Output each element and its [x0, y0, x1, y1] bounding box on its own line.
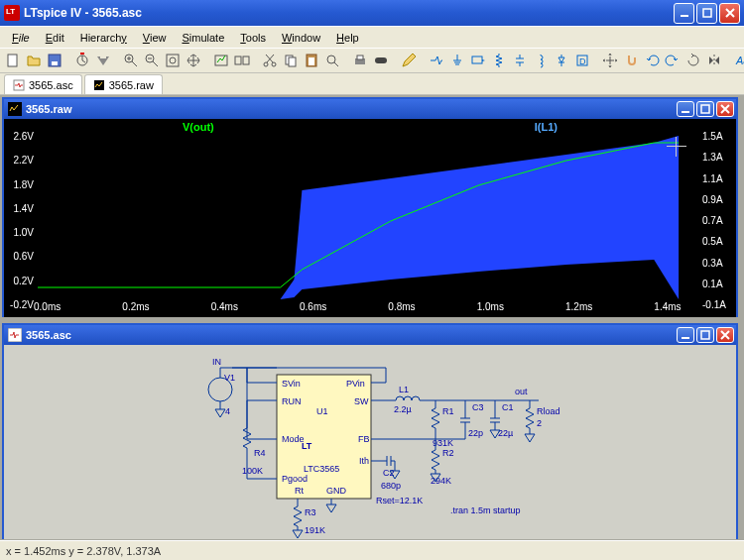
wire-icon[interactable]: [428, 51, 445, 70]
label-icon[interactable]: [469, 51, 487, 70]
child-maximize-button[interactable]: [696, 327, 714, 343]
maximize-button[interactable]: [696, 3, 717, 24]
waveform-title: 3565.raw: [26, 103, 677, 115]
schematic-canvas[interactable]: U1 LTC3565 LT SVin RUN Mode Pgood Rt PVi…: [4, 345, 736, 539]
waveform-plot[interactable]: V(out) I(L1) 2.6V2.2V1.8V1.4V1.0V0.6V0.2…: [4, 119, 736, 317]
child-maximize-button[interactable]: [696, 101, 714, 117]
menu-edit[interactable]: Edit: [38, 30, 72, 46]
svg-rect-35: [682, 337, 689, 339]
svg-text:U1: U1: [316, 406, 328, 416]
menu-view[interactable]: View: [135, 30, 175, 46]
svg-text:Rload: Rload: [537, 406, 560, 416]
svg-rect-32: [701, 105, 709, 113]
cut-icon[interactable]: [261, 51, 279, 70]
waveform-titlebar[interactable]: 3565.raw: [4, 99, 736, 119]
menu-help[interactable]: Help: [328, 30, 367, 46]
zoom-fit-icon[interactable]: [164, 51, 182, 70]
halt-icon[interactable]: [94, 51, 112, 70]
svg-text:IN: IN: [212, 357, 221, 367]
save-icon[interactable]: [46, 51, 63, 70]
menu-window[interactable]: Window: [274, 30, 328, 46]
copy-icon[interactable]: [282, 51, 300, 70]
text-icon[interactable]: Aa: [733, 51, 744, 70]
undo-icon[interactable]: [643, 51, 661, 70]
menu-file[interactable]: File: [4, 30, 38, 46]
zoom-area-icon[interactable]: [122, 51, 140, 70]
child-minimize-button[interactable]: [677, 327, 694, 343]
svg-text:SW: SW: [354, 396, 369, 406]
move-icon[interactable]: [601, 51, 619, 70]
svg-text:C2: C2: [383, 468, 395, 478]
pick-icon[interactable]: [233, 51, 251, 70]
paste-icon[interactable]: [303, 51, 320, 70]
pencil-icon[interactable]: [400, 51, 418, 70]
tab-waveform[interactable]: 3565.raw: [84, 74, 163, 94]
y-axis-right[interactable]: 1.5A1.3A1.1A0.9A0.7A0.5A0.3A0.1A-0.1A: [700, 131, 734, 299]
svg-point-14: [272, 62, 276, 66]
svg-rect-31: [682, 111, 689, 113]
mirror-icon[interactable]: [705, 51, 723, 70]
drag-icon[interactable]: [622, 51, 640, 70]
menu-tools[interactable]: Tools: [232, 30, 274, 46]
component-icon[interactable]: D: [573, 51, 591, 70]
svg-text:LTC3565: LTC3565: [304, 464, 339, 474]
svg-text:Aa: Aa: [735, 55, 744, 66]
capacitor-icon[interactable]: [511, 51, 529, 70]
svg-text:680p: 680p: [381, 481, 401, 491]
svg-rect-22: [375, 57, 387, 63]
waveform-icon: [8, 102, 22, 116]
waveform-window: 3565.raw V(out) I(L1) 2.6V2.2V1.8V1.4V1.…: [2, 97, 738, 317]
schematic-titlebar[interactable]: 3565.asc: [4, 325, 736, 345]
run-icon[interactable]: [73, 51, 91, 70]
menubar: File Edit Hierarchy View Simulate Tools …: [0, 26, 744, 48]
svg-text:R1: R1: [442, 406, 454, 416]
rotate-icon[interactable]: [684, 51, 702, 70]
x-axis[interactable]: 0.0ms0.2ms0.4ms0.6ms0.8ms1.0ms1.2ms1.4ms: [34, 299, 702, 317]
svg-text:R3: R3: [305, 507, 316, 517]
svg-text:22p: 22p: [468, 428, 483, 438]
child-close-button[interactable]: [716, 101, 734, 117]
svg-rect-21: [357, 56, 363, 59]
child-minimize-button[interactable]: [677, 101, 694, 117]
new-icon[interactable]: [4, 51, 22, 70]
y-axis-left[interactable]: 2.6V2.2V1.8V1.4V1.0V0.6V0.2V-0.2V: [6, 131, 36, 299]
menu-hierarchy[interactable]: Hierarchy: [72, 30, 135, 46]
schematic-window: 3565.asc U1 LTC3565 LT SVin RUN Mode Pgo…: [2, 323, 738, 539]
svg-rect-16: [289, 57, 296, 66]
svg-rect-0: [681, 15, 688, 17]
svg-text:100K: 100K: [242, 466, 263, 476]
ground-icon[interactable]: [448, 51, 466, 70]
main-titlebar: LTspice IV - 3565.asc: [0, 0, 744, 26]
svg-text:191K: 191K: [305, 525, 325, 535]
plot-area[interactable]: [38, 131, 698, 299]
close-button[interactable]: [719, 3, 740, 24]
toolbar: D Aa .op: [0, 48, 744, 73]
svg-text:RUN: RUN: [282, 396, 302, 406]
svg-text:Rt: Rt: [295, 486, 304, 496]
find-icon[interactable]: [323, 51, 341, 70]
document-tabs: 3565.asc 3565.raw: [0, 73, 744, 95]
print-icon[interactable]: [351, 51, 369, 70]
svg-text:2.2µ: 2.2µ: [394, 404, 412, 414]
statusbar: x = 1.452ms y = 2.378V, 1.373A: [0, 540, 744, 560]
svg-marker-33: [281, 136, 680, 299]
schematic-icon: [13, 79, 25, 91]
child-close-button[interactable]: [716, 327, 734, 343]
minimize-button[interactable]: [674, 3, 694, 24]
resistor-icon[interactable]: [490, 51, 508, 70]
inductor-icon[interactable]: [532, 51, 550, 70]
svg-text:GND: GND: [326, 486, 347, 496]
redo-icon[interactable]: [664, 51, 682, 70]
tab-schematic[interactable]: 3565.asc: [4, 74, 82, 94]
pan-icon[interactable]: [185, 51, 202, 70]
gamepad-icon[interactable]: [372, 51, 390, 70]
menu-simulate[interactable]: Simulate: [174, 30, 232, 46]
open-icon[interactable]: [25, 51, 43, 70]
svg-text:.tran 1.5m startup: .tran 1.5m startup: [450, 505, 521, 515]
svg-point-13: [264, 62, 268, 66]
autorange-icon[interactable]: [212, 51, 230, 70]
zoom-back-icon[interactable]: [143, 51, 161, 70]
svg-rect-36: [701, 331, 709, 339]
diode-icon[interactable]: [553, 51, 570, 70]
mdi-workspace: 3565.raw V(out) I(L1) 2.6V2.2V1.8V1.4V1.…: [0, 95, 744, 540]
